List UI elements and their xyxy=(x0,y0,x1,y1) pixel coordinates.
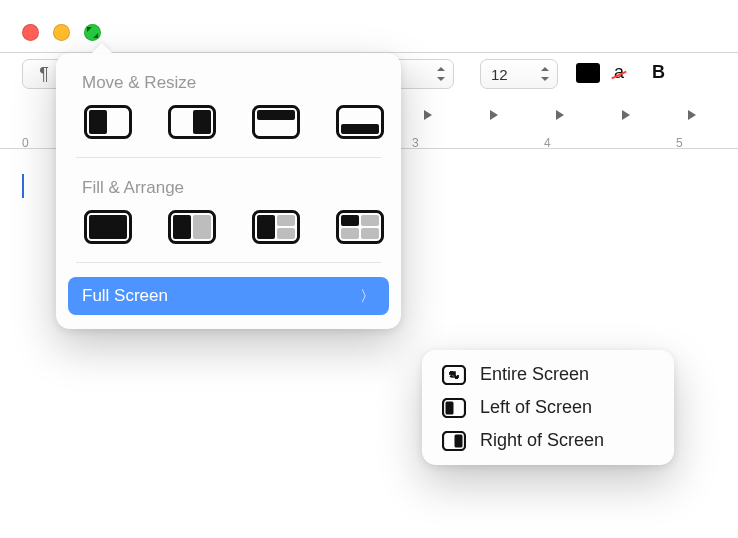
bold-button[interactable]: B xyxy=(652,62,665,83)
ruler-mark: 5 xyxy=(676,136,683,150)
full-screen-menu-item[interactable]: Full Screen 〉 xyxy=(68,277,389,315)
svg-rect-5 xyxy=(257,110,295,120)
fill-arrange-row xyxy=(56,210,401,262)
window-close-button[interactable] xyxy=(22,24,39,41)
window-minimize-button[interactable] xyxy=(53,24,70,41)
three-up-button[interactable] xyxy=(252,210,300,244)
left-of-screen-icon xyxy=(442,398,466,418)
font-size-dropdown[interactable]: 12 xyxy=(480,59,558,89)
tab-stop-marker[interactable] xyxy=(552,110,559,120)
ruler-mark: 3 xyxy=(412,136,419,150)
ruler-mark: 0 xyxy=(22,136,29,150)
svg-rect-9 xyxy=(89,215,127,239)
pilcrow-icon: ¶ xyxy=(39,64,49,85)
entire-screen-menu-item[interactable]: Entire Screen xyxy=(422,358,674,391)
two-up-left-button[interactable] xyxy=(168,210,216,244)
top-half-button[interactable] xyxy=(252,105,300,139)
svg-rect-26 xyxy=(455,434,463,447)
full-screen-submenu: Entire Screen Left of Screen Right of Sc… xyxy=(422,350,674,465)
tab-stop-marker[interactable] xyxy=(420,110,427,120)
left-half-icon xyxy=(84,105,132,139)
window-zoom-button[interactable] xyxy=(84,24,101,41)
font-size-value: 12 xyxy=(491,66,508,83)
right-of-screen-menu-item[interactable]: Right of Screen xyxy=(422,424,674,457)
tab-stop-marker[interactable] xyxy=(618,110,625,120)
text-cursor xyxy=(22,174,24,198)
tab-stop-marker[interactable] xyxy=(486,110,493,120)
top-half-icon xyxy=(252,105,300,139)
submenu-item-label: Right of Screen xyxy=(480,430,604,451)
quad-icon xyxy=(336,210,384,244)
text-color-controls: a B xyxy=(560,62,679,83)
svg-rect-24 xyxy=(446,401,454,414)
svg-rect-18 xyxy=(341,215,359,226)
strikethrough-color-button[interactable]: a xyxy=(614,62,624,83)
section-label-move-resize: Move & Resize xyxy=(56,53,401,105)
chevron-right-icon: 〉 xyxy=(360,287,375,306)
tab-stop-marker[interactable] xyxy=(684,110,691,120)
section-label-fill-arrange: Fill & Arrange xyxy=(56,158,401,210)
chevron-updown-icon xyxy=(541,67,551,81)
quad-button[interactable] xyxy=(336,210,384,244)
text-color-swatch[interactable] xyxy=(576,63,600,83)
full-screen-label: Full Screen xyxy=(82,286,168,306)
svg-rect-12 xyxy=(193,215,211,239)
window-management-popover: Move & Resize Fill & Arrange Full Scr xyxy=(56,53,401,329)
bottom-half-button[interactable] xyxy=(336,105,384,139)
submenu-item-label: Entire Screen xyxy=(480,364,589,385)
svg-rect-3 xyxy=(193,110,211,134)
right-of-screen-icon xyxy=(442,431,466,451)
svg-rect-16 xyxy=(277,228,295,239)
svg-rect-19 xyxy=(361,215,379,226)
svg-rect-15 xyxy=(277,215,295,226)
move-resize-row xyxy=(56,105,401,157)
svg-rect-11 xyxy=(173,215,191,239)
traffic-lights xyxy=(22,24,101,41)
chevron-updown-icon xyxy=(437,67,447,81)
fill-icon xyxy=(84,210,132,244)
svg-rect-21 xyxy=(361,228,379,239)
bottom-half-icon xyxy=(336,105,384,139)
svg-rect-1 xyxy=(89,110,107,134)
fill-button[interactable] xyxy=(84,210,132,244)
three-up-icon xyxy=(252,210,300,244)
svg-rect-14 xyxy=(257,215,275,239)
left-of-screen-menu-item[interactable]: Left of Screen xyxy=(422,391,674,424)
right-half-icon xyxy=(168,105,216,139)
separator xyxy=(76,262,381,263)
right-half-button[interactable] xyxy=(168,105,216,139)
two-up-left-icon xyxy=(168,210,216,244)
left-half-button[interactable] xyxy=(84,105,132,139)
submenu-item-label: Left of Screen xyxy=(480,397,592,418)
entire-screen-icon xyxy=(442,365,466,385)
svg-rect-7 xyxy=(341,124,379,134)
ruler-mark: 4 xyxy=(544,136,551,150)
svg-rect-20 xyxy=(341,228,359,239)
